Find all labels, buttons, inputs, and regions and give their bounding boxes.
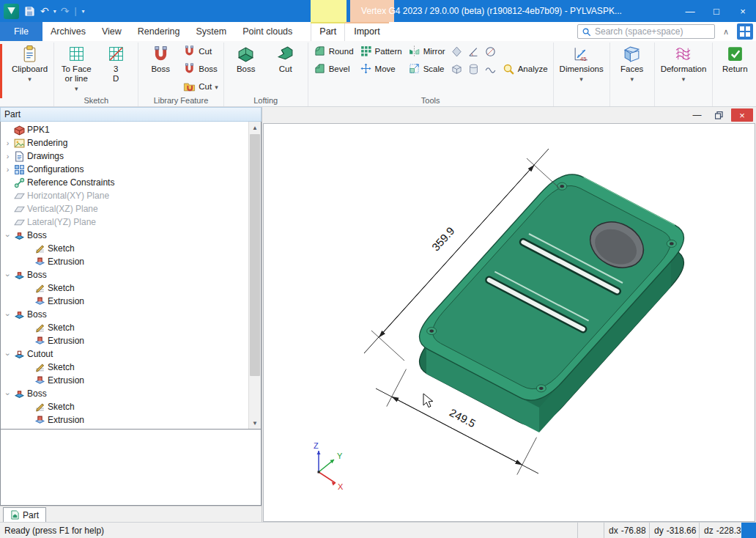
undo-dropdown-icon[interactable]: ▾ bbox=[53, 8, 56, 15]
chevron-right-icon[interactable]: › bbox=[4, 166, 12, 174]
clipboard-button[interactable]: Clipboard bbox=[9, 43, 51, 95]
chevron-down-icon[interactable]: › bbox=[4, 350, 12, 358]
chevron-down-icon[interactable]: › bbox=[4, 271, 12, 279]
tree-item-sketch[interactable]: Sketch bbox=[1, 321, 248, 334]
dimensions-button[interactable]: 45 Dimensions bbox=[557, 43, 607, 95]
collapse-ribbon-icon[interactable]: ∧ bbox=[719, 27, 733, 37]
diamond-icon bbox=[451, 45, 463, 58]
bevel-button[interactable]: Bevel bbox=[311, 60, 356, 77]
tree-item-label: Sketch bbox=[48, 402, 75, 412]
tree-item-boss[interactable]: ›Boss bbox=[1, 308, 248, 321]
rendering-icon bbox=[14, 138, 25, 149]
tree-item-sketch[interactable]: Sketch bbox=[1, 281, 248, 295]
tree-scrollbar[interactable]: ▲ ▼ bbox=[248, 122, 261, 429]
library-cut-button[interactable]: Cut bbox=[181, 43, 220, 59]
library-boss-small-button[interactable]: Boss bbox=[181, 60, 220, 77]
menu-item-system[interactable]: System bbox=[188, 22, 235, 41]
circle-tool-button[interactable] bbox=[483, 43, 499, 60]
scrollbar-thumb[interactable] bbox=[250, 134, 260, 376]
tree-item-lateral-yz-plane[interactable]: Lateral(YZ) Plane bbox=[1, 215, 248, 229]
tree-item-boss[interactable]: ›Boss bbox=[1, 229, 248, 242]
faces-button[interactable]: Faces bbox=[613, 43, 651, 95]
ribbon-tabs: Part Import bbox=[311, 22, 388, 41]
status-dx: dx -76.88 bbox=[604, 523, 649, 538]
library-cut2-button[interactable]: Cut bbox=[181, 78, 220, 95]
tree-item-boss[interactable]: ›Boss bbox=[1, 268, 248, 281]
save-icon[interactable] bbox=[23, 5, 36, 18]
doc-minimize-button[interactable]: — bbox=[687, 108, 707, 122]
pattern-button[interactable]: Pattern bbox=[357, 43, 404, 59]
chevron-right-icon[interactable]: › bbox=[4, 139, 12, 147]
tree-item-configurations[interactable]: ›Configurations bbox=[1, 163, 248, 176]
scroll-down-icon[interactable]: ▼ bbox=[249, 417, 261, 429]
library-boss-button[interactable]: Boss bbox=[141, 43, 179, 95]
tree-item-extrusion[interactable]: Extrusion bbox=[1, 255, 248, 268]
maximize-button[interactable]: □ bbox=[703, 0, 730, 22]
dimension-length-label[interactable]: 359.9 bbox=[429, 224, 457, 253]
mirror-button[interactable]: Mirror bbox=[406, 43, 448, 59]
tree-item-extrusion[interactable]: Extrusion bbox=[1, 413, 248, 427]
tree-item-sketch[interactable]: Sketch bbox=[1, 400, 248, 413]
tab-part[interactable]: Part bbox=[311, 22, 345, 41]
doc-close-button[interactable]: × bbox=[731, 108, 753, 122]
tree-item-cutout[interactable]: ›Cutout bbox=[1, 347, 248, 361]
3d-model[interactable] bbox=[420, 174, 684, 432]
undo-icon[interactable]: ↶ bbox=[40, 6, 49, 16]
extrusion-icon bbox=[34, 296, 45, 307]
dimension-width-label[interactable]: 249.5 bbox=[448, 406, 478, 430]
tree-item-reference-constraints[interactable]: Reference Constraints bbox=[1, 176, 248, 189]
3d-scene[interactable]: 359.9 249.5 bbox=[264, 124, 755, 521]
tree-item-rendering[interactable]: ›Rendering bbox=[1, 136, 248, 150]
3d-canvas[interactable]: 359.9 249.5 bbox=[263, 123, 755, 522]
ribbon-group-faces: Faces bbox=[610, 43, 655, 106]
menu-item-archives[interactable]: Archives bbox=[42, 22, 94, 41]
tree-item-extrusion[interactable]: Extrusion bbox=[1, 374, 248, 387]
cube-tool-button[interactable] bbox=[449, 61, 465, 78]
tree-item-extrusion[interactable]: Extrusion bbox=[1, 295, 248, 308]
diamond-tool-button[interactable] bbox=[449, 43, 465, 60]
menu-item-rendering[interactable]: Rendering bbox=[130, 22, 188, 41]
tree-item-boss[interactable]: ›Boss bbox=[1, 387, 248, 400]
curve-tool-button[interactable] bbox=[483, 61, 499, 78]
tree-item-horizontal-xy-plane[interactable]: Horizontal(XY) Plane bbox=[1, 189, 248, 202]
angle-tool-button[interactable] bbox=[466, 43, 482, 60]
minimize-button[interactable]: — bbox=[677, 0, 703, 22]
round-button[interactable]: Round bbox=[311, 43, 356, 59]
chevron-down-icon[interactable]: › bbox=[4, 311, 12, 319]
sketch-3d-button[interactable]: 3 D bbox=[97, 43, 135, 95]
menu-item-view[interactable]: View bbox=[94, 22, 130, 41]
deformation-button[interactable]: Deformation bbox=[658, 43, 710, 95]
search-input[interactable] bbox=[595, 26, 711, 37]
tree-item-extrusion[interactable]: Extrusion bbox=[1, 334, 248, 347]
sketch-to-face-button[interactable]: To Face or line bbox=[57, 43, 95, 95]
analyze-button[interactable]: Analyze bbox=[500, 61, 550, 78]
tab-import[interactable]: Import bbox=[345, 22, 388, 41]
resize-grip[interactable] bbox=[741, 523, 756, 538]
tree-item-vertical-xz-plane[interactable]: Vertical(XZ) Plane bbox=[1, 202, 248, 215]
redo-icon[interactable]: ↷ bbox=[61, 6, 70, 16]
tree-item-sketch[interactable]: Sketch bbox=[1, 242, 248, 255]
return-button[interactable]: Return bbox=[716, 43, 754, 95]
tree-item-sketch[interactable]: Sketch bbox=[1, 361, 248, 374]
tree-item-ppk1[interactable]: PPK1 bbox=[1, 123, 248, 136]
move-button[interactable]: Move bbox=[357, 60, 404, 77]
menu-file-button[interactable]: File bbox=[0, 22, 42, 41]
panel-tab-part[interactable]: Part bbox=[3, 507, 46, 522]
lofting-cut-button[interactable]: Cut bbox=[267, 43, 305, 95]
menu-item-point-clouds[interactable]: Point clouds bbox=[234, 22, 300, 41]
doc-restore-button[interactable] bbox=[709, 108, 729, 122]
scroll-up-icon[interactable]: ▲ bbox=[249, 122, 261, 133]
help-button[interactable] bbox=[737, 23, 753, 40]
chevron-down-icon[interactable]: › bbox=[4, 232, 12, 240]
close-button[interactable]: × bbox=[730, 0, 756, 22]
lofting-boss-button[interactable]: Boss bbox=[227, 43, 265, 95]
panel-header: Part bbox=[0, 107, 262, 122]
customize-toolbar-icon[interactable]: ▾ bbox=[82, 8, 85, 15]
chevron-down-icon[interactable]: › bbox=[4, 390, 12, 398]
chevron-down-icon bbox=[28, 74, 32, 84]
search-box[interactable] bbox=[577, 24, 715, 39]
scale-button[interactable]: Scale bbox=[406, 60, 448, 77]
cylinder-tool-button[interactable] bbox=[466, 61, 482, 78]
tree-item-drawings[interactable]: ›Drawings bbox=[1, 150, 248, 163]
chevron-right-icon[interactable]: › bbox=[4, 152, 12, 161]
